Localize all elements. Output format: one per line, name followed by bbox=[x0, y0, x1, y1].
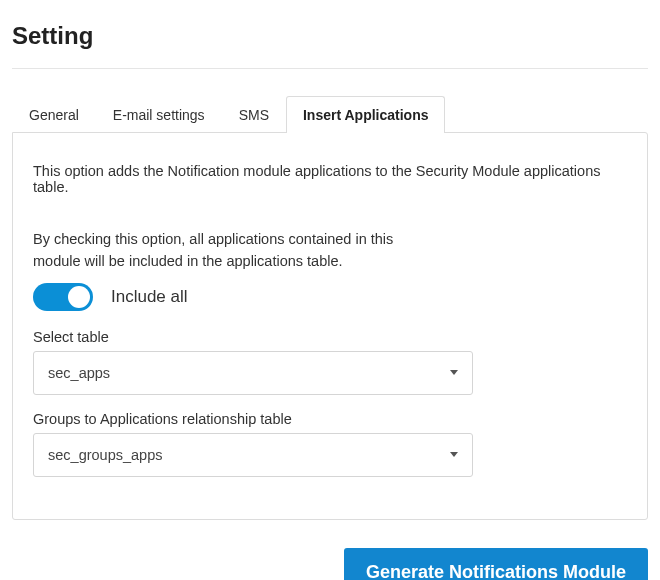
include-all-label: Include all bbox=[111, 287, 188, 307]
select-table-value: sec_apps bbox=[48, 365, 110, 381]
chevron-down-icon bbox=[450, 452, 458, 457]
tab-panel: This option adds the Notification module… bbox=[12, 132, 648, 520]
groups-table-dropdown[interactable]: sec_groups_apps bbox=[33, 433, 473, 477]
subtext: By checking this option, all application… bbox=[33, 229, 433, 273]
include-all-toggle[interactable] bbox=[33, 283, 93, 311]
footer: Generate Notifications Module bbox=[12, 548, 648, 581]
tab-email-settings[interactable]: E-mail settings bbox=[96, 96, 222, 133]
tab-general[interactable]: General bbox=[12, 96, 96, 133]
select-table-label: Select table bbox=[33, 329, 627, 345]
select-table-dropdown[interactable]: sec_apps bbox=[33, 351, 473, 395]
toggle-knob bbox=[68, 286, 90, 308]
generate-button[interactable]: Generate Notifications Module bbox=[344, 548, 648, 581]
tabs: General E-mail settings SMS Insert Appli… bbox=[12, 95, 648, 132]
include-all-row: Include all bbox=[33, 283, 627, 311]
groups-table-label: Groups to Applications relationship tabl… bbox=[33, 411, 627, 427]
title-divider bbox=[12, 68, 648, 69]
page-title: Setting bbox=[12, 22, 648, 50]
tab-sms[interactable]: SMS bbox=[222, 96, 286, 133]
chevron-down-icon bbox=[450, 370, 458, 375]
intro-text: This option adds the Notification module… bbox=[33, 163, 627, 195]
groups-table-value: sec_groups_apps bbox=[48, 447, 162, 463]
tab-insert-applications[interactable]: Insert Applications bbox=[286, 96, 446, 133]
